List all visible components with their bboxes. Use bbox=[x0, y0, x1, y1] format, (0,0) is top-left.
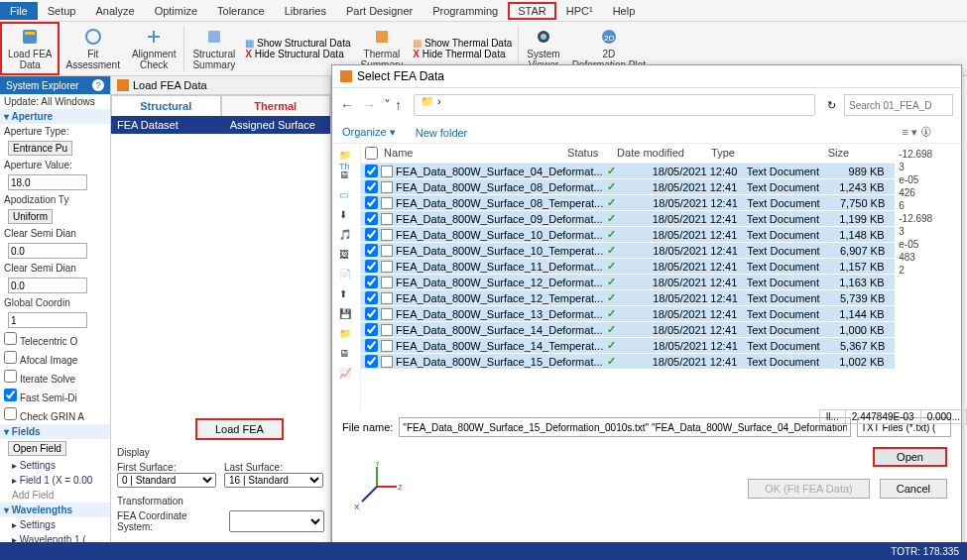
fast-semi-checkbox[interactable] bbox=[4, 389, 17, 401]
file-checkbox[interactable] bbox=[365, 291, 378, 304]
update-windows[interactable]: Update: All Windows bbox=[0, 94, 110, 109]
file-checkbox[interactable] bbox=[365, 276, 378, 288]
apodization-button[interactable]: Uniform bbox=[8, 209, 53, 224]
refresh-icon[interactable]: ↻ bbox=[827, 99, 836, 112]
nav-tree[interactable]: 📁 Th 🖥▭⬇🎵🖼📄⬆💾📁🖥📈 bbox=[332, 144, 360, 411]
wavelengths-section[interactable]: ▾ Wavelengths bbox=[0, 503, 110, 517]
menu-analyze[interactable]: Analyze bbox=[85, 2, 144, 20]
menu-libraries[interactable]: Libraries bbox=[275, 2, 336, 20]
entrance-pupil-button[interactable]: Entrance Pu bbox=[8, 141, 72, 156]
menu-file[interactable]: File bbox=[0, 2, 38, 20]
select-all-checkbox[interactable] bbox=[365, 147, 378, 160]
struct-icon bbox=[204, 27, 224, 47]
synced-icon: ✓ bbox=[607, 244, 616, 256]
csd2-input[interactable] bbox=[8, 278, 87, 293]
cancel-button[interactable]: Cancel bbox=[880, 479, 947, 499]
col-name[interactable]: Name bbox=[384, 147, 567, 160]
menu-help[interactable]: Help bbox=[603, 2, 646, 20]
menu-hpc[interactable]: HPC¹ bbox=[556, 2, 603, 20]
tree-settings[interactable]: ▸ Settings bbox=[0, 458, 110, 473]
menu-star[interactable]: STAR bbox=[508, 2, 556, 20]
nav-back-icon[interactable]: ← bbox=[340, 97, 354, 113]
synced-icon: ✓ bbox=[607, 355, 616, 367]
grin-checkbox[interactable] bbox=[4, 407, 17, 420]
new-folder-button[interactable]: New folder bbox=[416, 127, 468, 139]
file-row[interactable]: FEA_Data_800W_Surface_12_Temperat... ✓ 1… bbox=[361, 290, 895, 306]
file-row[interactable]: FEA_Data_800W_Surface_15_Deformat... ✓ 1… bbox=[361, 354, 895, 370]
search-input[interactable] bbox=[844, 94, 953, 116]
fit-assessment-button[interactable]: Fit Assessment bbox=[60, 22, 125, 75]
file-row[interactable]: FEA_Data_800W_Surface_12_Deformat... ✓ 1… bbox=[361, 275, 895, 290]
system-explorer-header[interactable]: System Explorer? bbox=[0, 76, 110, 94]
file-name: FEA_Data_800W_Surface_08_Temperat... bbox=[396, 197, 603, 209]
show-thermal-data[interactable]: ▦ Show Thermal Data bbox=[413, 38, 512, 49]
iterate-checkbox[interactable] bbox=[4, 370, 17, 383]
hide-thermal-data[interactable]: X Hide Thermal Data bbox=[413, 49, 512, 59]
fields-section[interactable]: ▾ Fields bbox=[0, 424, 110, 439]
tab-thermal[interactable]: Thermal bbox=[221, 95, 331, 116]
open-button[interactable]: Open bbox=[873, 447, 947, 467]
file-row[interactable]: FEA_Data_800W_Surface_08_Temperat... ✓ 1… bbox=[361, 195, 895, 211]
file-row[interactable]: FEA_Data_800W_Surface_08_Deformat... ✓ 1… bbox=[361, 179, 895, 195]
menu-optimize[interactable]: Optimize bbox=[145, 2, 207, 20]
menu-programming[interactable]: Programming bbox=[423, 2, 508, 20]
file-row[interactable]: FEA_Data_800W_Surface_11_Deformat... ✓ 1… bbox=[361, 259, 895, 275]
menu-setup[interactable]: Setup bbox=[38, 2, 86, 20]
nav-up-icon[interactable]: ˅ ↑ bbox=[384, 97, 402, 113]
file-row[interactable]: FEA_Data_800W_Surface_14_Temperat... ✓ 1… bbox=[361, 338, 895, 354]
menu-tolerance[interactable]: Tolerance bbox=[207, 2, 275, 20]
load-fea-data-button[interactable]: Load FEA Data bbox=[0, 22, 60, 75]
organize-button[interactable]: Organize ▾ bbox=[342, 126, 396, 139]
file-row[interactable]: FEA_Data_800W_Surface_09_Deformat... ✓ 1… bbox=[361, 211, 895, 227]
tab-structural[interactable]: Structural bbox=[111, 95, 221, 116]
file-checkbox[interactable] bbox=[365, 196, 378, 209]
file-row[interactable]: FEA_Data_800W_Surface_10_Deformat... ✓ 1… bbox=[361, 227, 895, 243]
nav-forward-icon[interactable]: → bbox=[362, 97, 376, 113]
csd1-input[interactable] bbox=[8, 243, 87, 259]
telecentric-checkbox[interactable] bbox=[4, 332, 17, 345]
open-field-button[interactable]: Open Field bbox=[8, 441, 66, 456]
last-surface-select[interactable]: 16 | Standard bbox=[224, 473, 323, 488]
aperture-value-input[interactable] bbox=[8, 174, 87, 190]
file-type: Text Document bbox=[747, 277, 831, 288]
file-checkbox[interactable] bbox=[365, 323, 378, 336]
col-size[interactable]: Size bbox=[795, 147, 855, 160]
view-options-icon[interactable]: ≡ ▾ 🛈 bbox=[902, 126, 931, 139]
show-structural-data[interactable]: ▦ Show Structural Data bbox=[245, 38, 350, 49]
file-row[interactable]: FEA_Data_800W_Surface_13_Deformat... ✓ 1… bbox=[361, 306, 895, 322]
file-icon bbox=[381, 229, 393, 241]
global-coord-input[interactable] bbox=[8, 312, 87, 328]
load-fea-button[interactable]: Load FEA bbox=[195, 418, 284, 440]
hide-structural-data[interactable]: X Hide Structural Data bbox=[245, 49, 350, 59]
first-surface-select[interactable]: 0 | Standard bbox=[117, 473, 216, 488]
tree-field1[interactable]: ▸ Field 1 (X = 0.00 bbox=[0, 473, 110, 488]
help-icon[interactable]: ? bbox=[92, 79, 104, 91]
file-checkbox[interactable] bbox=[365, 339, 378, 352]
file-checkbox[interactable] bbox=[365, 180, 378, 193]
file-checkbox[interactable] bbox=[365, 307, 378, 320]
file-checkbox[interactable] bbox=[365, 165, 378, 177]
alignment-check-button[interactable]: Alignment Check bbox=[126, 22, 181, 75]
col-status[interactable]: Status bbox=[567, 147, 617, 160]
aperture-section[interactable]: ▾ Aperture bbox=[0, 109, 110, 124]
afocal-checkbox[interactable] bbox=[4, 351, 17, 364]
file-row[interactable]: FEA_Data_800W_Surface_14_Deformat... ✓ 1… bbox=[361, 322, 895, 338]
file-name: FEA_Data_800W_Surface_08_Deformat... bbox=[396, 181, 603, 193]
structural-summary-button[interactable]: Structural Summary bbox=[186, 22, 241, 75]
menu-bar: File Setup Analyze Optimize Tolerance Li… bbox=[0, 0, 967, 22]
file-row[interactable]: FEA_Data_800W_Surface_04_Deformat... ✓ 1… bbox=[361, 164, 895, 179]
file-name-input[interactable] bbox=[399, 417, 851, 437]
file-row[interactable]: FEA_Data_800W_Surface_10_Temperat... ✓ 1… bbox=[361, 243, 895, 259]
file-checkbox[interactable] bbox=[365, 212, 378, 225]
file-checkbox[interactable] bbox=[365, 228, 378, 241]
file-checkbox[interactable] bbox=[365, 244, 378, 257]
file-checkbox[interactable] bbox=[365, 355, 378, 368]
menu-part-designer[interactable]: Part Designer bbox=[336, 2, 423, 20]
tree-wl-settings[interactable]: ▸ Settings bbox=[0, 517, 110, 532]
col-type[interactable]: Type bbox=[711, 147, 795, 160]
fea-cs-select[interactable] bbox=[229, 510, 324, 532]
path-breadcrumb[interactable]: 📁 › bbox=[414, 94, 815, 116]
file-checkbox[interactable] bbox=[365, 260, 378, 273]
tree-add-field[interactable]: Add Field bbox=[0, 488, 110, 503]
col-date[interactable]: Date modified bbox=[617, 147, 711, 160]
